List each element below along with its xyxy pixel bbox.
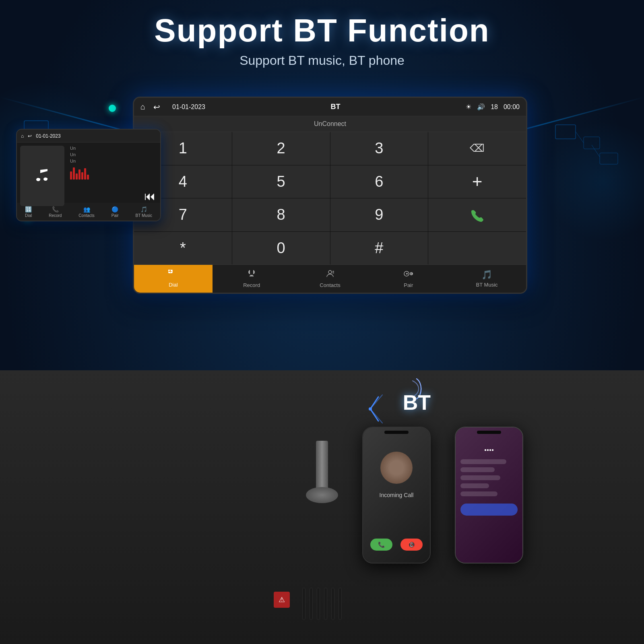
tab-record-label: Record xyxy=(243,282,260,288)
small-bt-music-icon: 🎵 xyxy=(140,206,147,213)
connection-status: UnConnect xyxy=(134,116,526,132)
bar-5 xyxy=(81,172,83,180)
key-empty xyxy=(428,232,526,265)
tab-record[interactable]: Record xyxy=(213,265,291,293)
vent-slot xyxy=(310,588,313,620)
svg-rect-7 xyxy=(332,272,334,273)
contacts-icon xyxy=(325,269,335,281)
small-topbar: ⌂ ↩ 01-01-2023 xyxy=(17,130,160,142)
music-cover xyxy=(20,146,64,206)
tab-bt-music-label: BT Music xyxy=(476,282,498,288)
vent-slot xyxy=(302,588,305,620)
phone-screen-left: Incoming Call 📞 📵 xyxy=(363,427,430,563)
svg-rect-2 xyxy=(171,270,172,271)
key-plus[interactable]: + xyxy=(428,165,526,198)
svg-rect-3 xyxy=(169,272,170,273)
record-icon xyxy=(247,269,256,281)
car-dashboard: ⚠ xyxy=(0,370,644,644)
back-icon[interactable]: ↩ xyxy=(153,102,160,112)
key-6[interactable]: 6 xyxy=(330,165,428,198)
phone-line-4 xyxy=(460,483,489,488)
key-8[interactable]: 8 xyxy=(232,198,330,231)
small-dial-icon: 🔢 xyxy=(25,206,32,213)
phone-action-btn[interactable] xyxy=(460,504,518,516)
phone-status-bar: ●●●● xyxy=(460,448,518,452)
key-2[interactable]: 2 xyxy=(232,132,330,165)
small-tab-contacts[interactable]: 👥 Contacts xyxy=(78,206,94,218)
screen-body: UnConnect 1 2 3 ⌫ 4 5 6 + 7 8 9 * 0 # xyxy=(134,116,526,293)
volume-icon[interactable]: 🔊 xyxy=(477,103,485,111)
time-display: 00:00 xyxy=(504,103,520,111)
phone-line-1 xyxy=(460,459,506,464)
title-section: Support BT Function Support BT music, BT… xyxy=(0,12,644,68)
small-tab-record[interactable]: 📞 Record xyxy=(49,206,62,218)
bar-2 xyxy=(73,167,75,180)
phone-right: ●●●● xyxy=(455,427,523,564)
dial-icon xyxy=(168,270,178,280)
accept-button[interactable]: 📞 xyxy=(370,539,392,551)
small-dial-label: Dial xyxy=(25,213,32,218)
small-tab-dial[interactable]: 🔢 Dial xyxy=(25,206,32,218)
phone-avatar xyxy=(380,452,413,484)
teal-dot-2 xyxy=(109,105,116,112)
svg-point-11 xyxy=(411,273,413,275)
key-hash[interactable]: # xyxy=(330,232,428,265)
screen-topbar: ⌂ ↩ 01-01-2023 BT ☀ 🔊 18 00:00 xyxy=(134,98,526,116)
mount-stand xyxy=(306,441,338,503)
phone-line-3 xyxy=(460,475,500,480)
call-buttons: 📞 📵 xyxy=(370,539,423,551)
music-line-2: Un xyxy=(70,152,158,157)
tab-pair-label: Pair xyxy=(404,282,413,288)
home-icon[interactable]: ⌂ xyxy=(140,102,145,111)
mount-neck xyxy=(316,441,328,489)
bt-label: BT xyxy=(403,390,431,415)
bar-6 xyxy=(84,168,86,180)
mount-base xyxy=(306,487,338,503)
small-date: 01-01-2023 xyxy=(36,133,60,139)
key-star[interactable]: * xyxy=(134,232,232,265)
svg-point-9 xyxy=(406,273,408,275)
topbar-mode: BT xyxy=(213,103,458,111)
music-line-3: Un xyxy=(70,159,158,163)
small-back-icon[interactable]: ↩ xyxy=(28,133,32,139)
key-9[interactable]: 9 xyxy=(330,198,428,231)
tab-dial[interactable]: Dial xyxy=(134,265,213,293)
key-backspace[interactable]: ⌫ xyxy=(428,132,526,165)
tab-bt-music[interactable]: 🎵 BT Music xyxy=(448,265,526,293)
svg-rect-4 xyxy=(171,272,172,273)
small-pair-icon: 🔵 xyxy=(111,206,118,213)
bar-3 xyxy=(76,173,78,180)
decline-button[interactable]: 📵 xyxy=(400,539,423,551)
key-5[interactable]: 5 xyxy=(232,165,330,198)
phone-notch-right xyxy=(477,431,501,434)
bar-4 xyxy=(78,169,80,180)
key-3[interactable]: 3 xyxy=(330,132,428,165)
svg-line-24 xyxy=(592,145,600,157)
bottom-tabs: Dial Record Contacts Pair xyxy=(134,264,526,293)
hazard-button[interactable]: ⚠ xyxy=(274,592,290,608)
small-contacts-icon: 👥 xyxy=(83,206,90,213)
music-line-1: Un xyxy=(70,146,158,151)
brightness-icon[interactable]: ☀ xyxy=(466,103,471,111)
tab-pair[interactable]: Pair xyxy=(369,265,448,293)
svg-line-22 xyxy=(576,132,584,143)
progress-bars xyxy=(70,167,158,180)
tab-contacts-label: Contacts xyxy=(320,282,340,288)
tab-contacts[interactable]: Contacts xyxy=(291,265,369,293)
small-bt-music-label: BT Music xyxy=(136,213,153,218)
skip-button[interactable]: ⏮ xyxy=(144,190,155,203)
key-call[interactable] xyxy=(428,198,526,231)
small-tab-pair[interactable]: 🔵 Pair xyxy=(111,206,119,218)
tab-dial-label: Dial xyxy=(169,282,178,288)
small-record-icon: 📞 xyxy=(52,206,59,213)
vent-slot xyxy=(324,588,327,620)
key-0[interactable]: 0 xyxy=(232,232,330,265)
small-tab-bt-music[interactable]: 🎵 BT Music xyxy=(136,206,153,218)
pair-icon xyxy=(402,269,415,281)
small-contacts-label: Contacts xyxy=(78,213,94,218)
topbar-date: 01-01-2023 xyxy=(172,103,205,111)
small-home-icon[interactable]: ⌂ xyxy=(21,133,24,139)
main-screen: ⌂ ↩ 01-01-2023 BT ☀ 🔊 18 00:00 UnConnect… xyxy=(133,97,527,294)
phone-notch-left xyxy=(384,431,409,434)
svg-rect-23 xyxy=(600,153,618,164)
